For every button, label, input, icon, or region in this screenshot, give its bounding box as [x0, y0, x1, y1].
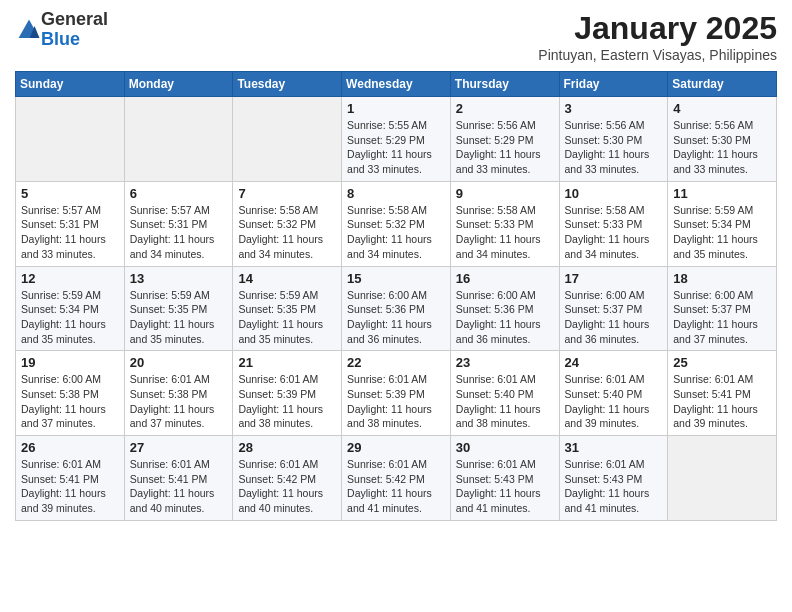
week-row: 19Sunrise: 6:00 AM Sunset: 5:38 PM Dayli…: [16, 351, 777, 436]
day-info: Sunrise: 6:01 AM Sunset: 5:41 PM Dayligh…: [130, 457, 228, 516]
calendar-cell: 31Sunrise: 6:01 AM Sunset: 5:43 PM Dayli…: [559, 436, 668, 521]
day-number: 25: [673, 355, 771, 370]
calendar-cell: [16, 97, 125, 182]
day-info: Sunrise: 6:01 AM Sunset: 5:43 PM Dayligh…: [456, 457, 554, 516]
week-row: 12Sunrise: 5:59 AM Sunset: 5:34 PM Dayli…: [16, 266, 777, 351]
day-info: Sunrise: 6:01 AM Sunset: 5:41 PM Dayligh…: [673, 372, 771, 431]
calendar-cell: 18Sunrise: 6:00 AM Sunset: 5:37 PM Dayli…: [668, 266, 777, 351]
day-info: Sunrise: 6:01 AM Sunset: 5:39 PM Dayligh…: [347, 372, 445, 431]
day-number: 5: [21, 186, 119, 201]
day-number: 16: [456, 271, 554, 286]
calendar-cell: 29Sunrise: 6:01 AM Sunset: 5:42 PM Dayli…: [342, 436, 451, 521]
day-number: 10: [565, 186, 663, 201]
calendar-cell: 24Sunrise: 6:01 AM Sunset: 5:40 PM Dayli…: [559, 351, 668, 436]
day-number: 13: [130, 271, 228, 286]
header-row: SundayMondayTuesdayWednesdayThursdayFrid…: [16, 72, 777, 97]
col-header-sunday: Sunday: [16, 72, 125, 97]
day-number: 31: [565, 440, 663, 455]
day-info: Sunrise: 6:01 AM Sunset: 5:42 PM Dayligh…: [238, 457, 336, 516]
day-number: 24: [565, 355, 663, 370]
day-number: 29: [347, 440, 445, 455]
day-number: 14: [238, 271, 336, 286]
col-header-wednesday: Wednesday: [342, 72, 451, 97]
day-info: Sunrise: 5:59 AM Sunset: 5:35 PM Dayligh…: [238, 288, 336, 347]
day-number: 28: [238, 440, 336, 455]
day-info: Sunrise: 6:01 AM Sunset: 5:38 PM Dayligh…: [130, 372, 228, 431]
day-number: 26: [21, 440, 119, 455]
day-number: 8: [347, 186, 445, 201]
day-info: Sunrise: 6:00 AM Sunset: 5:36 PM Dayligh…: [456, 288, 554, 347]
calendar-cell: 21Sunrise: 6:01 AM Sunset: 5:39 PM Dayli…: [233, 351, 342, 436]
day-info: Sunrise: 6:01 AM Sunset: 5:40 PM Dayligh…: [565, 372, 663, 431]
calendar-cell: 5Sunrise: 5:57 AM Sunset: 5:31 PM Daylig…: [16, 181, 125, 266]
day-info: Sunrise: 5:58 AM Sunset: 5:33 PM Dayligh…: [456, 203, 554, 262]
day-number: 15: [347, 271, 445, 286]
day-info: Sunrise: 6:00 AM Sunset: 5:36 PM Dayligh…: [347, 288, 445, 347]
day-info: Sunrise: 6:01 AM Sunset: 5:42 PM Dayligh…: [347, 457, 445, 516]
calendar-table: SundayMondayTuesdayWednesdayThursdayFrid…: [15, 71, 777, 521]
logo-general-text: General: [41, 10, 108, 30]
title-block: January 2025 Pintuyan, Eastern Visayas, …: [538, 10, 777, 63]
day-info: Sunrise: 5:59 AM Sunset: 5:34 PM Dayligh…: [21, 288, 119, 347]
day-number: 7: [238, 186, 336, 201]
calendar-cell: 28Sunrise: 6:01 AM Sunset: 5:42 PM Dayli…: [233, 436, 342, 521]
header: General Blue January 2025 Pintuyan, East…: [15, 10, 777, 63]
calendar-cell: 22Sunrise: 6:01 AM Sunset: 5:39 PM Dayli…: [342, 351, 451, 436]
day-info: Sunrise: 6:01 AM Sunset: 5:41 PM Dayligh…: [21, 457, 119, 516]
day-number: 27: [130, 440, 228, 455]
calendar-cell: [124, 97, 233, 182]
day-info: Sunrise: 5:59 AM Sunset: 5:34 PM Dayligh…: [673, 203, 771, 262]
day-number: 19: [21, 355, 119, 370]
calendar-cell: 16Sunrise: 6:00 AM Sunset: 5:36 PM Dayli…: [450, 266, 559, 351]
calendar-cell: 7Sunrise: 5:58 AM Sunset: 5:32 PM Daylig…: [233, 181, 342, 266]
calendar-cell: 8Sunrise: 5:58 AM Sunset: 5:32 PM Daylig…: [342, 181, 451, 266]
day-info: Sunrise: 6:00 AM Sunset: 5:38 PM Dayligh…: [21, 372, 119, 431]
week-row: 1Sunrise: 5:55 AM Sunset: 5:29 PM Daylig…: [16, 97, 777, 182]
col-header-monday: Monday: [124, 72, 233, 97]
calendar-cell: 13Sunrise: 5:59 AM Sunset: 5:35 PM Dayli…: [124, 266, 233, 351]
col-header-tuesday: Tuesday: [233, 72, 342, 97]
day-number: 21: [238, 355, 336, 370]
day-number: 12: [21, 271, 119, 286]
day-info: Sunrise: 5:56 AM Sunset: 5:30 PM Dayligh…: [673, 118, 771, 177]
day-info: Sunrise: 5:58 AM Sunset: 5:33 PM Dayligh…: [565, 203, 663, 262]
calendar-cell: 20Sunrise: 6:01 AM Sunset: 5:38 PM Dayli…: [124, 351, 233, 436]
day-info: Sunrise: 5:57 AM Sunset: 5:31 PM Dayligh…: [130, 203, 228, 262]
day-info: Sunrise: 5:56 AM Sunset: 5:30 PM Dayligh…: [565, 118, 663, 177]
day-number: 1: [347, 101, 445, 116]
logo: General Blue: [15, 10, 108, 50]
calendar-cell: 19Sunrise: 6:00 AM Sunset: 5:38 PM Dayli…: [16, 351, 125, 436]
logo-text: General Blue: [41, 10, 108, 50]
day-number: 17: [565, 271, 663, 286]
day-info: Sunrise: 6:01 AM Sunset: 5:40 PM Dayligh…: [456, 372, 554, 431]
day-number: 18: [673, 271, 771, 286]
day-info: Sunrise: 6:01 AM Sunset: 5:43 PM Dayligh…: [565, 457, 663, 516]
calendar-cell: [668, 436, 777, 521]
calendar-cell: 10Sunrise: 5:58 AM Sunset: 5:33 PM Dayli…: [559, 181, 668, 266]
calendar-cell: 1Sunrise: 5:55 AM Sunset: 5:29 PM Daylig…: [342, 97, 451, 182]
day-info: Sunrise: 6:01 AM Sunset: 5:39 PM Dayligh…: [238, 372, 336, 431]
calendar-cell: 17Sunrise: 6:00 AM Sunset: 5:37 PM Dayli…: [559, 266, 668, 351]
day-info: Sunrise: 5:59 AM Sunset: 5:35 PM Dayligh…: [130, 288, 228, 347]
day-info: Sunrise: 5:57 AM Sunset: 5:31 PM Dayligh…: [21, 203, 119, 262]
day-number: 23: [456, 355, 554, 370]
day-number: 22: [347, 355, 445, 370]
day-info: Sunrise: 5:55 AM Sunset: 5:29 PM Dayligh…: [347, 118, 445, 177]
calendar-cell: [233, 97, 342, 182]
day-number: 9: [456, 186, 554, 201]
page-container: General Blue January 2025 Pintuyan, East…: [0, 0, 792, 531]
calendar-cell: 14Sunrise: 5:59 AM Sunset: 5:35 PM Dayli…: [233, 266, 342, 351]
day-number: 3: [565, 101, 663, 116]
day-number: 6: [130, 186, 228, 201]
calendar-cell: 4Sunrise: 5:56 AM Sunset: 5:30 PM Daylig…: [668, 97, 777, 182]
calendar-cell: 26Sunrise: 6:01 AM Sunset: 5:41 PM Dayli…: [16, 436, 125, 521]
day-info: Sunrise: 6:00 AM Sunset: 5:37 PM Dayligh…: [565, 288, 663, 347]
day-info: Sunrise: 6:00 AM Sunset: 5:37 PM Dayligh…: [673, 288, 771, 347]
calendar-cell: 25Sunrise: 6:01 AM Sunset: 5:41 PM Dayli…: [668, 351, 777, 436]
month-title: January 2025: [538, 10, 777, 47]
calendar-cell: 3Sunrise: 5:56 AM Sunset: 5:30 PM Daylig…: [559, 97, 668, 182]
day-info: Sunrise: 5:58 AM Sunset: 5:32 PM Dayligh…: [238, 203, 336, 262]
calendar-cell: 12Sunrise: 5:59 AM Sunset: 5:34 PM Dayli…: [16, 266, 125, 351]
logo-blue-text: Blue: [41, 30, 108, 50]
week-row: 5Sunrise: 5:57 AM Sunset: 5:31 PM Daylig…: [16, 181, 777, 266]
